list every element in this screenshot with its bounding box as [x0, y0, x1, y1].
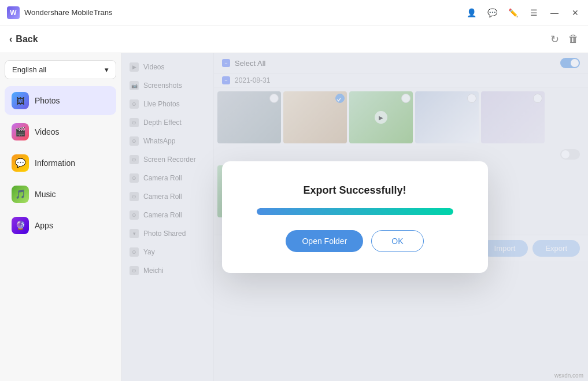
back-label: Back: [16, 34, 38, 45]
export-dialog: Export Successfully! Open Folder OK: [222, 161, 488, 273]
language-label: English all: [12, 65, 46, 74]
open-folder-button[interactable]: Open Folder: [286, 230, 363, 252]
app-logo: W: [7, 6, 20, 19]
minimize-button[interactable]: —: [549, 7, 560, 19]
content-area: ▶ Videos 📷 Screenshots ⊙ Live Photos ⊙ D…: [121, 53, 588, 381]
sidebar: English all ▾ 🖼 Photos 🎬 Videos 💬 Inform…: [0, 53, 121, 381]
ok-button[interactable]: OK: [371, 230, 423, 252]
sidebar-item-information-label: Information: [35, 158, 75, 168]
edit-icon[interactable]: ✏️: [507, 7, 519, 19]
information-icon: 💬: [12, 154, 29, 172]
chevron-down-icon: ▾: [105, 65, 109, 74]
progress-bar-track: [257, 208, 453, 215]
app-title: Wondershare MobileTrans: [24, 8, 112, 17]
language-selector[interactable]: English all ▾: [5, 60, 116, 79]
music-icon: 🎵: [12, 186, 29, 203]
sidebar-item-music-label: Music: [35, 190, 56, 199]
refresh-icon[interactable]: ↻: [550, 33, 559, 46]
sidebar-item-videos[interactable]: 🎬 Videos: [5, 117, 116, 146]
sub-header-actions: ↻ 🗑: [550, 33, 579, 46]
close-button[interactable]: ✕: [569, 7, 581, 19]
sidebar-item-apps[interactable]: 🔮 Apps: [5, 211, 116, 240]
title-bar: W Wondershare MobileTrans 👤 💬 ✏️ ☰ — ✕: [0, 0, 588, 25]
back-button[interactable]: ‹ Back: [9, 34, 38, 45]
sidebar-item-photos[interactable]: 🖼 Photos: [5, 86, 116, 115]
back-arrow-icon: ‹: [9, 34, 12, 45]
dialog-buttons: Open Folder OK: [286, 230, 423, 252]
sidebar-item-music[interactable]: 🎵 Music: [5, 180, 116, 209]
apps-icon: 🔮: [12, 217, 29, 234]
sidebar-item-information[interactable]: 💬 Information: [5, 149, 116, 177]
videos-icon: 🎬: [12, 123, 29, 140]
profile-icon[interactable]: 👤: [465, 7, 477, 19]
menu-icon[interactable]: ☰: [528, 7, 539, 19]
sidebar-item-videos-label: Videos: [35, 127, 60, 136]
main-layout: English all ▾ 🖼 Photos 🎬 Videos 💬 Inform…: [0, 53, 588, 381]
watermark: wsxdn.com: [554, 372, 583, 379]
sub-header: ‹ Back ↻ 🗑: [0, 25, 588, 53]
title-bar-left: W Wondershare MobileTrans: [7, 6, 112, 19]
title-bar-controls: 👤 💬 ✏️ ☰ — ✕: [465, 7, 581, 19]
modal-overlay: Export Successfully! Open Folder OK: [121, 53, 588, 381]
chat-icon[interactable]: 💬: [486, 7, 498, 19]
trash-icon[interactable]: 🗑: [568, 33, 579, 46]
photos-icon: 🖼: [12, 92, 29, 109]
dialog-title: Export Successfully!: [303, 184, 406, 197]
sidebar-item-photos-label: Photos: [35, 96, 60, 105]
progress-bar-fill: [257, 208, 453, 215]
sidebar-item-apps-label: Apps: [35, 221, 53, 230]
